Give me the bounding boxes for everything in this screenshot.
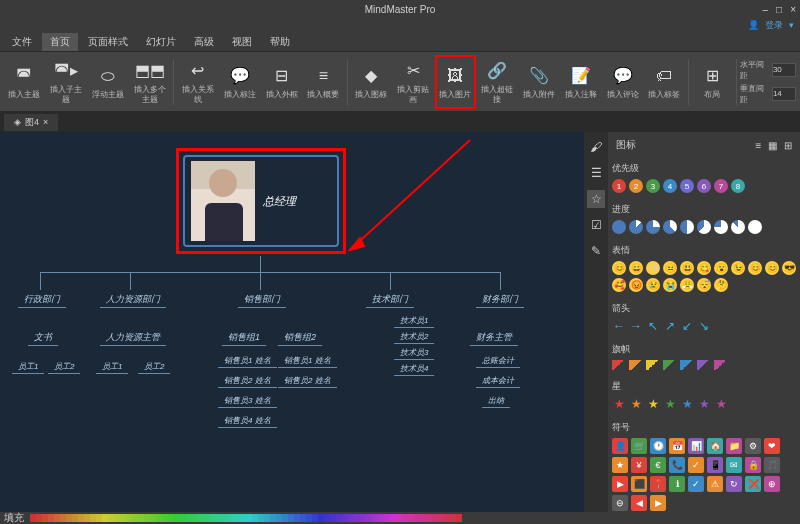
dept-admin[interactable]: 行政部门 bbox=[18, 292, 66, 308]
symbol-20[interactable]: 📍 bbox=[650, 476, 666, 492]
menu-help[interactable]: 帮助 bbox=[262, 33, 298, 51]
emoji-10[interactable]: 😎 bbox=[782, 261, 796, 275]
priority-1[interactable]: 1 bbox=[612, 179, 626, 193]
ribbon-插入超链接[interactable]: 🔗插入超链接 bbox=[477, 55, 518, 109]
root-node[interactable]: 总经理 bbox=[176, 148, 346, 254]
ribbon-插入注释[interactable]: 📝插入注释 bbox=[560, 55, 601, 109]
ribbon-插入子主题[interactable]: ◚▸插入子主题 bbox=[46, 55, 87, 109]
dept-sales[interactable]: 销售部门 bbox=[238, 292, 286, 308]
symbol-10[interactable]: ¥ bbox=[631, 457, 647, 473]
menu-home[interactable]: 首页 bbox=[42, 33, 78, 51]
symbol-14[interactable]: 📱 bbox=[707, 457, 723, 473]
window-close[interactable]: × bbox=[790, 4, 796, 15]
panel-tab-list[interactable]: ☰ bbox=[587, 164, 605, 182]
symbol-25[interactable]: ❌ bbox=[745, 476, 761, 492]
menu-view[interactable]: 视图 bbox=[224, 33, 260, 51]
progress-0[interactable] bbox=[612, 220, 626, 234]
priority-6[interactable]: 6 bbox=[697, 179, 711, 193]
arrow-1[interactable]: → bbox=[629, 319, 643, 333]
progress-2[interactable] bbox=[646, 220, 660, 234]
symbol-12[interactable]: 📞 bbox=[669, 457, 685, 473]
dept-tech[interactable]: 技术部门 bbox=[366, 292, 414, 308]
login-dropdown-icon[interactable]: ▾ bbox=[789, 20, 794, 30]
canvas[interactable]: 总经理 行政部门 人力资源部门 销售部门 技术部门 财务部门 文书 人力资源主管… bbox=[0, 132, 584, 512]
f3[interactable]: 出纳 bbox=[482, 394, 510, 408]
fin-sub[interactable]: 财务主管 bbox=[470, 330, 518, 346]
panel-view3-icon[interactable]: ⊞ bbox=[784, 140, 792, 151]
symbol-15[interactable]: ✉ bbox=[726, 457, 742, 473]
ribbon-插入图片[interactable]: 🖼插入图片 bbox=[435, 55, 476, 109]
emoji-2[interactable]: ☹ bbox=[646, 261, 660, 275]
emoji-9[interactable]: 😊 bbox=[765, 261, 779, 275]
admin-e2[interactable]: 员工2 bbox=[48, 360, 80, 374]
star-1[interactable]: ★ bbox=[629, 397, 643, 411]
menu-advanced[interactable]: 高级 bbox=[186, 33, 222, 51]
tech3[interactable]: 技术员3 bbox=[394, 346, 434, 360]
progress-4[interactable] bbox=[680, 220, 694, 234]
emoji-11[interactable]: 🥰 bbox=[612, 278, 626, 292]
emoji-17[interactable]: 🤔 bbox=[714, 278, 728, 292]
symbol-22[interactable]: ✓ bbox=[688, 476, 704, 492]
ribbon-插入主题[interactable]: ◚插入主题 bbox=[4, 55, 45, 109]
ribbon-插入标注[interactable]: 💬插入标注 bbox=[219, 55, 260, 109]
progress-5[interactable] bbox=[697, 220, 711, 234]
panel-tab-task[interactable]: ☑ bbox=[587, 216, 605, 234]
symbol-27[interactable]: ⊖ bbox=[612, 495, 628, 511]
symbol-1[interactable]: 🛒 bbox=[631, 438, 647, 454]
progress-7[interactable] bbox=[731, 220, 745, 234]
ribbon-插入外框[interactable]: ⊟插入外框 bbox=[261, 55, 302, 109]
symbol-24[interactable]: ↻ bbox=[726, 476, 742, 492]
star-6[interactable]: ★ bbox=[714, 397, 728, 411]
window-maximize[interactable]: □ bbox=[776, 4, 782, 15]
priority-7[interactable]: 7 bbox=[714, 179, 728, 193]
admin-e1[interactable]: 员工1 bbox=[12, 360, 44, 374]
symbol-23[interactable]: ⚠ bbox=[707, 476, 723, 492]
emoji-6[interactable]: 😮 bbox=[714, 261, 728, 275]
login-link[interactable]: 登录 bbox=[765, 19, 783, 32]
priority-5[interactable]: 5 bbox=[680, 179, 694, 193]
hr-e2[interactable]: 员工2 bbox=[138, 360, 170, 374]
emoji-3[interactable]: 😐 bbox=[663, 261, 677, 275]
panel-tab-clip[interactable]: ✎ bbox=[587, 242, 605, 260]
ribbon-插入附件[interactable]: 📎插入附件 bbox=[518, 55, 559, 109]
symbol-13[interactable]: ✓ bbox=[688, 457, 704, 473]
emoji-13[interactable]: 😢 bbox=[646, 278, 660, 292]
symbol-3[interactable]: 📅 bbox=[669, 438, 685, 454]
emoji-0[interactable]: 😊 bbox=[612, 261, 626, 275]
menu-file[interactable]: 文件 bbox=[4, 33, 40, 51]
progress-8[interactable] bbox=[748, 220, 762, 234]
symbol-9[interactable]: ★ bbox=[612, 457, 628, 473]
color-swatch[interactable] bbox=[456, 514, 462, 522]
symbol-4[interactable]: 📊 bbox=[688, 438, 704, 454]
symbol-17[interactable]: 🎵 bbox=[764, 457, 780, 473]
arrow-0[interactable]: ← bbox=[612, 319, 626, 333]
symbol-29[interactable]: ▶ bbox=[650, 495, 666, 511]
flag-6[interactable] bbox=[714, 360, 728, 370]
emoji-1[interactable]: 😄 bbox=[629, 261, 643, 275]
symbol-2[interactable]: 🕐 bbox=[650, 438, 666, 454]
progress-3[interactable] bbox=[663, 220, 677, 234]
flag-1[interactable] bbox=[629, 360, 643, 370]
star-2[interactable]: ★ bbox=[646, 397, 660, 411]
f2[interactable]: 成本会计 bbox=[476, 374, 520, 388]
ribbon-插入概要[interactable]: ≡插入概要 bbox=[303, 55, 344, 109]
s1[interactable]: 销售员1 姓名 bbox=[218, 354, 277, 368]
s22[interactable]: 销售员2 姓名 bbox=[278, 374, 337, 388]
s4[interactable]: 销售员4 姓名 bbox=[218, 414, 277, 428]
emoji-14[interactable]: 😭 bbox=[663, 278, 677, 292]
arrow-4[interactable]: ↙ bbox=[680, 319, 694, 333]
emoji-16[interactable]: 😴 bbox=[697, 278, 711, 292]
symbol-0[interactable]: 👤 bbox=[612, 438, 628, 454]
emoji-15[interactable]: 😤 bbox=[680, 278, 694, 292]
panel-view1-icon[interactable]: ≡ bbox=[756, 140, 762, 151]
symbol-21[interactable]: ℹ bbox=[669, 476, 685, 492]
f1[interactable]: 总账会计 bbox=[476, 354, 520, 368]
symbol-6[interactable]: 📁 bbox=[726, 438, 742, 454]
panel-tab-star[interactable]: ☆ bbox=[587, 190, 605, 208]
symbol-26[interactable]: ⊕ bbox=[764, 476, 780, 492]
menu-slideshow[interactable]: 幻灯片 bbox=[138, 33, 184, 51]
flag-5[interactable] bbox=[697, 360, 711, 370]
symbol-19[interactable]: ⬛ bbox=[631, 476, 647, 492]
hspace-input[interactable] bbox=[772, 63, 796, 77]
progress-6[interactable] bbox=[714, 220, 728, 234]
